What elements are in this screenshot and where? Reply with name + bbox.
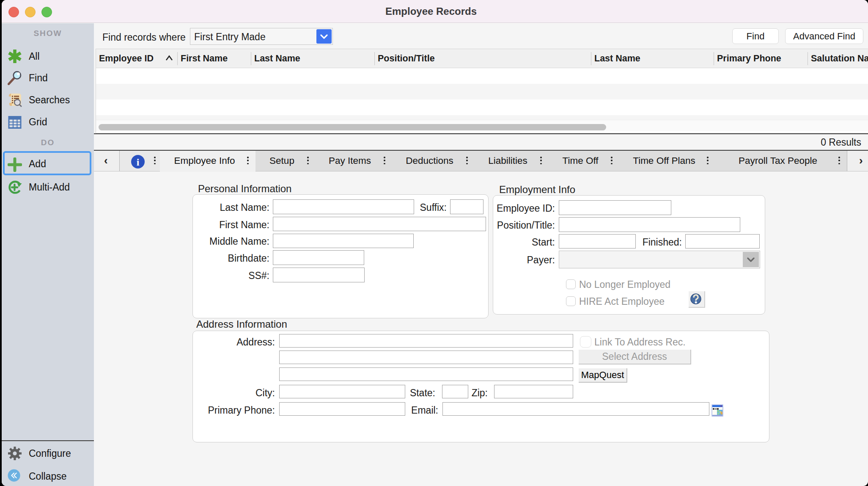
svg-text:i: i xyxy=(137,157,140,168)
